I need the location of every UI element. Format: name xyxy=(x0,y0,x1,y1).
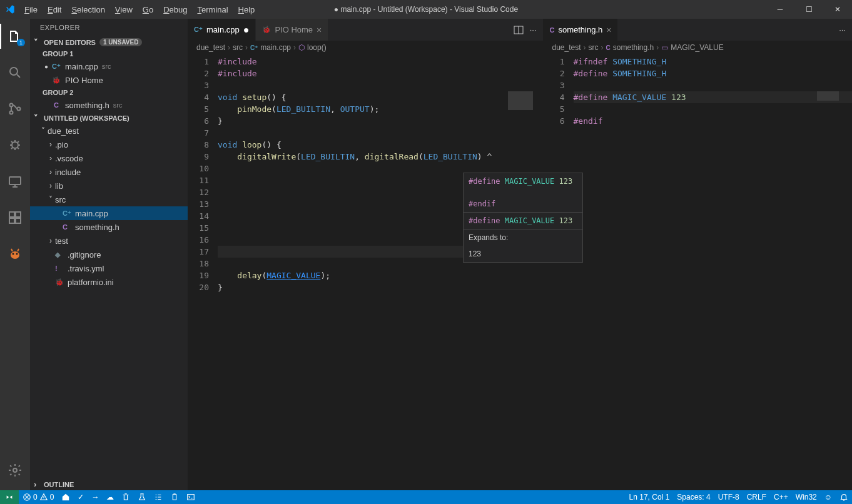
tree-item[interactable]: !.travis.yml xyxy=(30,261,188,275)
breadcrumb-left[interactable]: due_test›src›C⁺ main.cpp›⬡ loop() xyxy=(188,41,543,54)
settings-icon[interactable] xyxy=(0,458,30,483)
open-editors-section[interactable]: ˅ OPEN EDITORS 1 UNSAVED xyxy=(30,36,188,48)
tree-item[interactable]: ›lib xyxy=(30,179,188,193)
tree-item[interactable]: ◆.gitignore xyxy=(30,248,188,261)
chevron-icon: › xyxy=(46,181,55,190)
pio-upload-status[interactable]: → xyxy=(88,490,103,504)
svg-point-3 xyxy=(18,108,21,111)
breadcrumb-item[interactable]: main.cpp xyxy=(260,43,291,52)
svg-point-4 xyxy=(12,142,18,148)
breadcrumb-item[interactable]: src xyxy=(589,43,599,52)
breadcrumb-right[interactable]: due_test›src›C something.h›▭ MAGIC_VALUE xyxy=(544,41,852,54)
menu-view[interactable]: View xyxy=(111,4,137,16)
breadcrumb-item[interactable]: something.h xyxy=(613,43,654,52)
minimize-button[interactable]: ─ xyxy=(766,0,794,19)
eol-status[interactable]: CRLF xyxy=(743,493,770,501)
tree-item[interactable]: ˅due_test xyxy=(30,124,188,138)
menu-selection[interactable]: Selection xyxy=(67,4,109,16)
tree-item[interactable]: ›include xyxy=(30,165,188,179)
maximize-button[interactable]: ☐ xyxy=(794,0,823,19)
close-icon[interactable]: × xyxy=(606,25,611,35)
activity-bar: 1 xyxy=(0,19,30,490)
tree-label: include xyxy=(55,168,81,177)
tree-item[interactable]: 🐞platformio.ini xyxy=(30,275,188,289)
indent-status[interactable]: Spaces: 4 xyxy=(673,493,714,501)
explorer-badge: 1 xyxy=(17,39,25,46)
close-button[interactable]: ✕ xyxy=(823,0,852,19)
tree-label: due_test xyxy=(48,126,79,136)
file-icon: ◆ xyxy=(55,251,65,259)
extensions-icon[interactable] xyxy=(0,205,30,230)
editor-tab[interactable]: C⁺main.cpp● xyxy=(188,19,256,41)
menu-debug[interactable]: Debug xyxy=(159,4,191,16)
cursor-position[interactable]: Ln 17, Col 1 xyxy=(626,493,674,501)
target-status[interactable]: Win32 xyxy=(792,493,821,501)
more-icon[interactable]: ··· xyxy=(839,25,846,34)
breadcrumb-icon: ▭ xyxy=(661,43,668,52)
platformio-icon[interactable] xyxy=(0,241,30,266)
scm-icon[interactable] xyxy=(0,96,30,121)
menu-help[interactable]: Help xyxy=(234,4,260,16)
remote-icon[interactable] xyxy=(0,169,30,194)
file-icon: 🐞 xyxy=(51,76,61,84)
chevron-icon: ˅ xyxy=(39,126,48,135)
tree-item[interactable]: ˅src xyxy=(30,193,188,206)
chevron-down-icon: ˅ xyxy=(34,38,44,47)
notifications-icon[interactable] xyxy=(836,493,852,501)
menu-file[interactable]: File xyxy=(20,4,42,16)
more-icon[interactable]: ··· xyxy=(530,25,537,34)
search-icon[interactable] xyxy=(0,60,30,85)
breadcrumb-icon: C⁺ xyxy=(250,43,258,52)
pio-tasks-status[interactable] xyxy=(150,490,166,504)
pio-terminal-status[interactable] xyxy=(183,490,199,504)
breadcrumb-item[interactable]: src xyxy=(233,43,243,52)
unsaved-badge: 1 UNSAVED xyxy=(99,38,143,46)
minimap[interactable] xyxy=(814,90,852,490)
remote-status[interactable] xyxy=(0,490,19,504)
chevron-down-icon: ˅ xyxy=(34,113,44,123)
tree-item[interactable]: ›test xyxy=(30,234,188,248)
editor-tab[interactable]: 🐞PIO Home× xyxy=(256,19,328,41)
debug-icon[interactable] xyxy=(0,133,30,158)
file-label: PIO Home xyxy=(65,76,103,85)
breadcrumb-item[interactable]: MAGIC_VALUE xyxy=(671,43,723,52)
menu-go[interactable]: Go xyxy=(138,4,158,16)
pio-build-status[interactable]: ✓ xyxy=(74,490,88,504)
explorer-icon[interactable]: 1 xyxy=(0,24,30,49)
tree-item[interactable]: C⁺main.cpp xyxy=(30,206,188,220)
tree-item[interactable]: ›.pio xyxy=(30,138,188,151)
encoding-status[interactable]: UTF-8 xyxy=(714,493,743,501)
workspace-section[interactable]: ˅ UNTITLED (WORKSPACE) xyxy=(30,112,188,124)
code-editor-left[interactable]: 1234567891011121314151617181920 #include… xyxy=(188,54,543,490)
outline-section[interactable]: › OUTLINE xyxy=(30,478,188,490)
modified-indicator[interactable]: ● xyxy=(243,24,250,36)
tree-label: .travis.yml xyxy=(68,264,104,273)
breadcrumb-item[interactable]: due_test xyxy=(552,43,581,52)
close-icon[interactable]: × xyxy=(317,25,322,35)
feedback-icon[interactable]: ☺ xyxy=(821,493,836,501)
breadcrumb-item[interactable]: loop() xyxy=(307,43,327,52)
pio-remote-status[interactable]: ☁ xyxy=(103,490,118,504)
pio-clean-status[interactable] xyxy=(118,490,134,504)
editor-tab[interactable]: Csomething.h× xyxy=(544,19,619,41)
status-bar: 0 0 ✓ → ☁ Ln 17, Col 1 Spaces: 4 UTF-8 C… xyxy=(0,490,852,504)
open-editor-item[interactable]: 🐞PIO Home xyxy=(30,73,188,87)
tree-item[interactable]: Csomething.h xyxy=(30,220,188,234)
pio-home-status[interactable] xyxy=(58,490,74,504)
split-editor-icon[interactable] xyxy=(514,25,524,35)
menu-terminal[interactable]: Terminal xyxy=(193,4,232,16)
lang-status[interactable]: C++ xyxy=(770,493,792,501)
problems-status[interactable]: 0 0 xyxy=(19,490,58,504)
open-editor-item[interactable]: Csomething.hsrc xyxy=(30,98,188,112)
pio-serial-status[interactable] xyxy=(166,490,183,504)
tree-item[interactable]: ›.vscode xyxy=(30,151,188,165)
svg-point-10 xyxy=(11,251,19,259)
code-editor-right[interactable]: 123456 #ifndef SOMETHING_H#define SOMETH… xyxy=(544,54,852,490)
menu-edit[interactable]: Edit xyxy=(43,4,66,16)
open-editor-item[interactable]: ●C⁺main.cppsrc xyxy=(30,59,188,73)
tree-label: something.h xyxy=(75,223,119,232)
breadcrumb-item[interactable]: due_test xyxy=(196,43,225,52)
explorer-sidebar: EXPLORER ˅ OPEN EDITORS 1 UNSAVED GROUP … xyxy=(30,19,188,490)
pio-test-status[interactable] xyxy=(134,490,150,504)
minimap[interactable] xyxy=(505,90,543,490)
